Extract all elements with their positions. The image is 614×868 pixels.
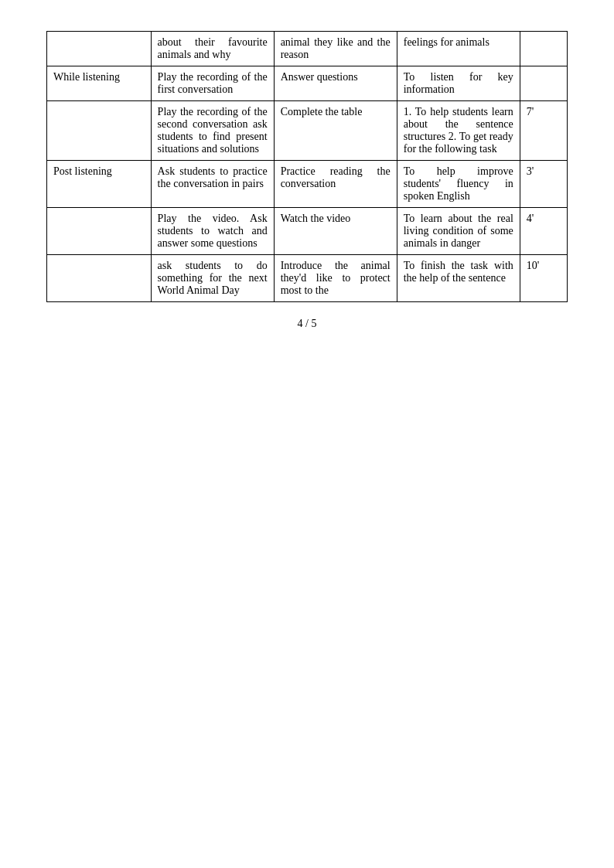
cell-3-5: 3' — [520, 161, 567, 208]
cell-2-4: 1. To help students learn about the sent… — [397, 101, 520, 161]
cell-0-2: about their favourite animals and why — [151, 32, 274, 66]
table-row: While listening Play the recording of th… — [47, 66, 568, 101]
table-row: Post listening Ask students to practice … — [47, 161, 568, 208]
cell-4-5: 4' — [520, 208, 567, 255]
page: about their favourite animals and why an… — [0, 0, 614, 868]
page-number: 4 / 5 — [298, 318, 317, 330]
cell-4-2: Play the video. Ask students to watch an… — [151, 208, 274, 255]
cell-1-4: To listen for key information — [397, 66, 520, 101]
cell-0-5 — [520, 32, 567, 66]
cell-2-5: 7' — [520, 101, 567, 161]
lesson-table: about their favourite animals and why an… — [46, 31, 568, 302]
cell-5-2: ask students to do something for the nex… — [151, 255, 274, 302]
cell-0-3: animal they like and the reason — [274, 32, 397, 66]
cell-1-3: Answer questions — [274, 66, 397, 101]
cell-2-2: Play the recording of the second convers… — [151, 101, 274, 161]
table-row: about their favourite animals and why an… — [47, 32, 568, 66]
cell-1-1: While listening — [47, 66, 152, 101]
cell-5-1 — [47, 255, 152, 302]
cell-1-2: Play the recording of the first conversa… — [151, 66, 274, 101]
cell-0-1 — [47, 32, 152, 66]
cell-2-1 — [47, 101, 152, 161]
cell-5-4: To finish the task with the help of the … — [397, 255, 520, 302]
table-row: Play the video. Ask students to watch an… — [47, 208, 568, 255]
cell-0-4: feelings for animals — [397, 32, 520, 66]
cell-2-3: Complete the table — [274, 101, 397, 161]
table-row: ask students to do something for the nex… — [47, 255, 568, 302]
cell-3-3: Practice reading the conversation — [274, 161, 397, 208]
cell-1-5 — [520, 66, 567, 101]
cell-4-1 — [47, 208, 152, 255]
cell-5-5: 10' — [520, 255, 567, 302]
cell-5-3: Introduce the animal they'd like to prot… — [274, 255, 397, 302]
cell-4-4: To learn about the real living condition… — [397, 208, 520, 255]
cell-3-2: Ask students to practice the conversatio… — [151, 161, 274, 208]
cell-3-1: Post listening — [47, 161, 152, 208]
table-row: Play the recording of the second convers… — [47, 101, 568, 161]
cell-4-3: Watch the video — [274, 208, 397, 255]
cell-3-4: To help improve students' fluency in spo… — [397, 161, 520, 208]
